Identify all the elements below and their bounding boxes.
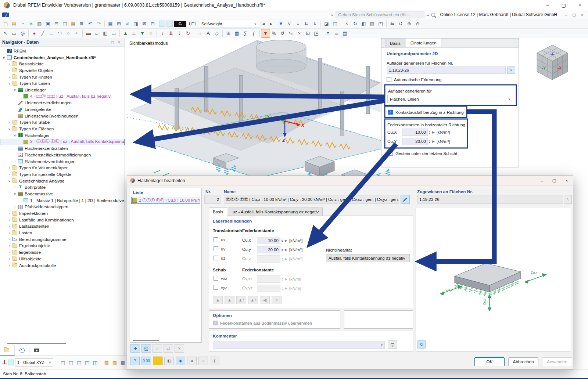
tree-item-typen-knoten[interactable]: › Typen für Knoten: [0, 74, 125, 80]
tree-item-berechnungsdiagramme[interactable]: › Berechnungsdiagramme: [0, 236, 125, 243]
work-layer-icon[interactable]: ▩: [119, 359, 127, 366]
clip-top-icon[interactable]: ◱: [67, 359, 75, 366]
list-sync-icon[interactable]: ⇄: [164, 344, 173, 353]
surfaces-input[interactable]: 1,19,23-26: [387, 66, 506, 74]
tree-expander-icon[interactable]: ∨: [7, 179, 12, 183]
dialog-title-bar[interactable]: Flächenlager bearbeiten – ▢ ×: [127, 176, 573, 185]
workspace-close-button[interactable]: ×: [578, 11, 586, 18]
online-services-icon[interactable]: ∗: [27, 20, 35, 28]
loop-icon[interactable]: ↺: [278, 29, 287, 37]
regenerate-icon[interactable]: ↻: [351, 20, 359, 28]
tree-expander-icon[interactable]: ›: [7, 257, 12, 261]
surface-load-icon[interactable]: ⇓: [175, 29, 184, 37]
unlink-icon[interactable]: ∝: [198, 357, 208, 365]
list-hscrollbar[interactable]: [133, 340, 159, 341]
ok-button[interactable]: OK: [474, 357, 505, 366]
dialog-maximize-button[interactable]: ▢: [548, 176, 560, 185]
refresh-sketch-button[interactable]: ↻: [417, 340, 426, 349]
cs-color-swatch[interactable]: [8, 360, 13, 365]
minimize-button[interactable]: –: [539, 0, 556, 10]
tree-item-typen-volumenkoerper[interactable]: › Typen für Volumenkörper: [0, 165, 125, 171]
rock-checkbox[interactable]: [388, 151, 393, 156]
tree-item-hilfsobjekte[interactable]: › Hilfsobjekte: [0, 256, 125, 262]
tree-expander-icon[interactable]: ∨: [7, 82, 12, 85]
workspace-restore-button[interactable]: ▢: [570, 11, 578, 18]
table-icon[interactable]: ▦: [106, 20, 115, 28]
cuy-detail-arrow-icon[interactable]: ▶: [432, 140, 435, 143]
tree-item-flaechensteifigkeitsmodifizierungen[interactable]: Flächensteifigkeitsmodifizierungen: [0, 152, 125, 158]
member-tool-icon[interactable]: ▬: [84, 29, 93, 37]
tree-item-liniennetzverdichtungen[interactable]: Liniennetzverdichtungen: [0, 100, 125, 107]
zoom-out-icon[interactable]: ⊖: [413, 20, 422, 28]
load-combo-swatch-icon[interactable]: [166, 21, 173, 27]
copy-comment-button[interactable]: ◱: [388, 340, 397, 349]
support-hinged-icon[interactable]: ▲: [213, 296, 223, 304]
node-support-icon[interactable]: ▲: [121, 29, 130, 37]
coordinate-system-select[interactable]: 1 - Global XYZ ∨: [15, 358, 53, 367]
list-new-icon[interactable]: ✚: [130, 344, 140, 353]
coordinate-axes-icon[interactable]: [1, 360, 7, 365]
tree-expander-icon[interactable]: ›: [7, 244, 12, 248]
view-icon[interactable]: ◉: [176, 357, 185, 365]
arc-tool-icon[interactable]: ◠: [55, 29, 64, 37]
tree-expander-icon[interactable]: ›: [7, 238, 12, 241]
navigator-hscrollbar[interactable]: [7, 343, 66, 344]
ux-checkbox[interactable]: [214, 237, 218, 242]
tree-item-lasten[interactable]: › Lasten: [0, 230, 125, 236]
delete-tool-icon[interactable]: ×: [295, 29, 304, 37]
comment-combobox[interactable]: ∨: [213, 341, 385, 349]
cux-spring-stepper[interactable]: ▴▾: [280, 239, 284, 242]
redo-icon[interactable]: ↷: [94, 20, 103, 28]
cuy-input[interactable]: 20.00: [402, 138, 428, 145]
select-rect-icon[interactable]: ▭: [10, 29, 18, 37]
dialog-tab-nonlinearity[interactable]: uz - Ausfall, falls Kontaktspannung σz n…: [229, 207, 323, 216]
print-icon[interactable]: ⊟: [52, 20, 61, 28]
search-collapse-icon[interactable]: ▸: [331, 13, 333, 17]
grid-icon[interactable]: ⊞: [115, 20, 123, 28]
tree-expander-icon[interactable]: ∨: [7, 127, 12, 131]
render-mode-icon[interactable]: ◨: [132, 20, 140, 28]
tree-item-geotechnische-analyse[interactable]: ∨ Geotechnische Analyse: [0, 178, 125, 184]
search-menu-icon[interactable]: ≡: [427, 12, 429, 17]
tree-expander-icon[interactable]: ›: [7, 264, 12, 267]
vxz-checkbox[interactable]: [214, 276, 218, 281]
uy-checkbox[interactable]: [214, 246, 218, 251]
clip-side-icon[interactable]: ◳: [83, 359, 91, 366]
detail-arrow-icon[interactable]: ▶: [285, 239, 287, 242]
tree-item-rfem[interactable]: RFEM: [0, 48, 125, 54]
undo-icon[interactable]: ↶: [86, 20, 94, 28]
tree-expander-icon[interactable]: ›: [7, 173, 12, 176]
function-icon[interactable]: ƒ: [210, 357, 219, 365]
work-plane-icon[interactable]: ▧: [103, 359, 111, 366]
clip-all-icon[interactable]: ◫: [91, 359, 99, 366]
spline-tool-icon[interactable]: ≈: [72, 29, 81, 37]
tree-expander-icon[interactable]: ›: [7, 224, 12, 228]
pointer-tool-icon[interactable]: ↖: [1, 29, 10, 37]
section-icon[interactable]: ⊠: [140, 20, 148, 28]
circle-tool-icon[interactable]: ○: [64, 29, 72, 37]
tree-expander-icon[interactable]: ∨: [12, 88, 17, 92]
dialog-tab-basis[interactable]: Basis: [209, 207, 227, 216]
close-panel-icon[interactable]: ×: [116, 40, 122, 44]
moment-load-icon[interactable]: ↻: [184, 29, 192, 37]
mirror-icon[interactable]: ⇋: [388, 20, 397, 28]
stack-display-icon[interactable]: ≡: [324, 29, 332, 37]
mesh-settings-icon[interactable]: ▦: [233, 29, 241, 37]
node-tool-icon[interactable]: ●: [30, 29, 39, 37]
tree-item-flaechenexzentrizitaeten[interactable]: Flächenexzentrizitäten: [0, 145, 125, 152]
dimension-icon[interactable]: ↔: [196, 29, 204, 37]
work-grid-icon[interactable]: ▨: [111, 359, 119, 366]
edit-table-icon[interactable]: ◪: [322, 20, 331, 28]
tree-expander-icon[interactable]: ›: [7, 166, 12, 170]
uz-checkbox[interactable]: [214, 256, 218, 260]
tree-item-basisobjekte[interactable]: › Basisobjekte: [0, 61, 125, 67]
display-loads-icon[interactable]: ⇓: [311, 20, 319, 28]
nodal-load-icon[interactable]: ↓: [158, 29, 167, 37]
select-surfaces-button[interactable]: ×: [507, 66, 515, 74]
percent-icon[interactable]: %: [270, 29, 278, 37]
tree-item-typen-flaechen[interactable]: ∨ Typen für Flächen: [0, 126, 125, 132]
cux-spring-input[interactable]: 10.00: [257, 237, 280, 244]
edit-name-button[interactable]: [401, 195, 410, 204]
color-swatch-icon[interactable]: [153, 357, 162, 365]
tree-item-bohrprofile[interactable]: › Bohrprofile: [0, 184, 125, 191]
